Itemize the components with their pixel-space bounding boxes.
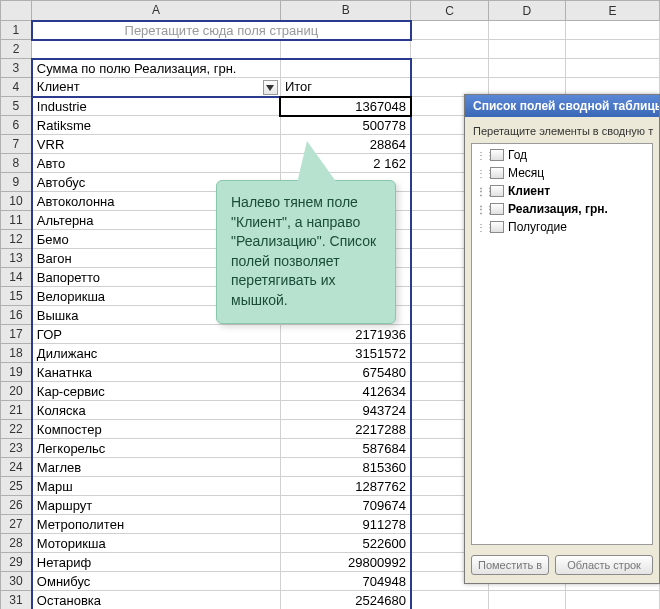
field-label: Клиент	[508, 184, 550, 198]
value-cell[interactable]: 1367048	[280, 97, 411, 116]
field-item[interactable]: ⋮⋮Реализация, грн.	[474, 200, 650, 218]
value-cell[interactable]: 911278	[280, 515, 411, 534]
row-header[interactable]: 24	[1, 458, 32, 477]
row-header[interactable]: 15	[1, 287, 32, 306]
drag-handle-icon[interactable]: ⋮⋮	[476, 150, 486, 161]
field-item[interactable]: ⋮⋮Год	[474, 146, 650, 164]
area-select[interactable]: Область строк	[555, 555, 653, 575]
client-cell[interactable]: ГОР	[32, 325, 281, 344]
value-cell[interactable]: 500778	[280, 116, 411, 135]
client-cell[interactable]: Industrie	[32, 97, 281, 116]
client-cell[interactable]: Авто	[32, 154, 281, 173]
corner-cell[interactable]	[1, 1, 32, 21]
client-cell[interactable]: Маршрут	[32, 496, 281, 515]
value-cell[interactable]: 704948	[280, 572, 411, 591]
row-header[interactable]: 3	[1, 59, 32, 78]
field-icon	[490, 203, 504, 215]
pivot-measure-label[interactable]: Сумма по полю Реализация, грн.	[32, 59, 281, 78]
row-header[interactable]: 18	[1, 344, 32, 363]
client-cell[interactable]: Марш	[32, 477, 281, 496]
client-cell[interactable]: Ratiksme	[32, 116, 281, 135]
client-header-cell[interactable]: Клиент	[32, 78, 281, 97]
value-cell[interactable]: 522600	[280, 534, 411, 553]
row-header[interactable]: 22	[1, 420, 32, 439]
column-header-row: A B C D E	[1, 1, 660, 21]
col-header-C[interactable]: C	[411, 1, 488, 21]
row-header[interactable]: 25	[1, 477, 32, 496]
value-cell[interactable]: 709674	[280, 496, 411, 515]
col-header-D[interactable]: D	[488, 1, 565, 21]
row-header[interactable]: 7	[1, 135, 32, 154]
row-header[interactable]: 21	[1, 401, 32, 420]
drag-handle-icon[interactable]: ⋮⋮	[476, 186, 486, 197]
hint-callout: Налево тянем поле "Клиент", а направо "Р…	[216, 180, 396, 324]
field-item[interactable]: ⋮⋮Клиент	[474, 182, 650, 200]
value-cell[interactable]: 412634	[280, 382, 411, 401]
row-header[interactable]: 28	[1, 534, 32, 553]
row-header[interactable]: 27	[1, 515, 32, 534]
row-header[interactable]: 26	[1, 496, 32, 515]
pivot-field-list-panel[interactable]: Список полей сводной таблицы Перетащите …	[464, 94, 660, 584]
svg-marker-0	[266, 85, 274, 91]
value-cell[interactable]: 815360	[280, 458, 411, 477]
row-header[interactable]: 6	[1, 116, 32, 135]
client-cell[interactable]: Нетариф	[32, 553, 281, 572]
value-cell[interactable]: 587684	[280, 439, 411, 458]
row-header[interactable]: 5	[1, 97, 32, 116]
row-header[interactable]: 4	[1, 78, 32, 97]
row-header[interactable]: 2	[1, 40, 32, 59]
drag-handle-icon[interactable]: ⋮⋮	[476, 168, 486, 179]
client-cell[interactable]: Компостер	[32, 420, 281, 439]
dropdown-icon[interactable]	[263, 80, 278, 95]
row-header[interactable]: 30	[1, 572, 32, 591]
total-header-cell[interactable]: Итог	[280, 78, 411, 97]
drag-handle-icon[interactable]: ⋮⋮	[476, 222, 486, 233]
value-cell[interactable]: 675480	[280, 363, 411, 382]
row-header[interactable]: 9	[1, 173, 32, 192]
row-header[interactable]: 23	[1, 439, 32, 458]
client-cell[interactable]: Маглев	[32, 458, 281, 477]
client-cell[interactable]: Моторикша	[32, 534, 281, 553]
place-in-button[interactable]: Поместить в	[471, 555, 549, 575]
client-cell[interactable]: Дилижанс	[32, 344, 281, 363]
col-header-B[interactable]: B	[280, 1, 411, 21]
row-header[interactable]: 29	[1, 553, 32, 572]
value-cell[interactable]: 29800992	[280, 553, 411, 572]
col-header-A[interactable]: A	[32, 1, 281, 21]
client-cell[interactable]: Канатнка	[32, 363, 281, 382]
value-cell[interactable]: 2217288	[280, 420, 411, 439]
field-list[interactable]: ⋮⋮Год⋮⋮Месяц⋮⋮Клиент⋮⋮Реализация, грн.⋮⋮…	[471, 143, 653, 545]
hint-text: Налево тянем поле "Клиент", а направо "Р…	[231, 194, 376, 308]
row-header[interactable]: 20	[1, 382, 32, 401]
row-header[interactable]: 16	[1, 306, 32, 325]
value-cell[interactable]: 2171936	[280, 325, 411, 344]
row-header[interactable]: 17	[1, 325, 32, 344]
row-header[interactable]: 13	[1, 249, 32, 268]
row-header[interactable]: 19	[1, 363, 32, 382]
client-cell[interactable]: Коляска	[32, 401, 281, 420]
col-header-E[interactable]: E	[565, 1, 659, 21]
drag-handle-icon[interactable]: ⋮⋮	[476, 204, 486, 215]
client-cell[interactable]: VRR	[32, 135, 281, 154]
row-header[interactable]: 31	[1, 591, 32, 610]
client-cell[interactable]: Омнибус	[32, 572, 281, 591]
row-header[interactable]: 12	[1, 230, 32, 249]
client-cell[interactable]: Метрополитен	[32, 515, 281, 534]
value-cell[interactable]: 1287762	[280, 477, 411, 496]
value-cell[interactable]: 943724	[280, 401, 411, 420]
client-cell[interactable]: Легкорельс	[32, 439, 281, 458]
row-header[interactable]: 10	[1, 192, 32, 211]
field-item[interactable]: ⋮⋮Месяц	[474, 164, 650, 182]
client-cell[interactable]: Остановка	[32, 591, 281, 610]
row-header[interactable]: 11	[1, 211, 32, 230]
value-cell[interactable]: 2524680	[280, 591, 411, 610]
field-label: Год	[508, 148, 527, 162]
row-header[interactable]: 1	[1, 21, 32, 40]
field-item[interactable]: ⋮⋮Полугодие	[474, 218, 650, 236]
page-field-drop-area[interactable]: Перетащите сюда поля страниц	[32, 21, 411, 40]
client-cell[interactable]: Кар-сервис	[32, 382, 281, 401]
value-cell[interactable]: 3151572	[280, 344, 411, 363]
row-header[interactable]: 8	[1, 154, 32, 173]
row-header[interactable]: 14	[1, 268, 32, 287]
field-label: Месяц	[508, 166, 544, 180]
